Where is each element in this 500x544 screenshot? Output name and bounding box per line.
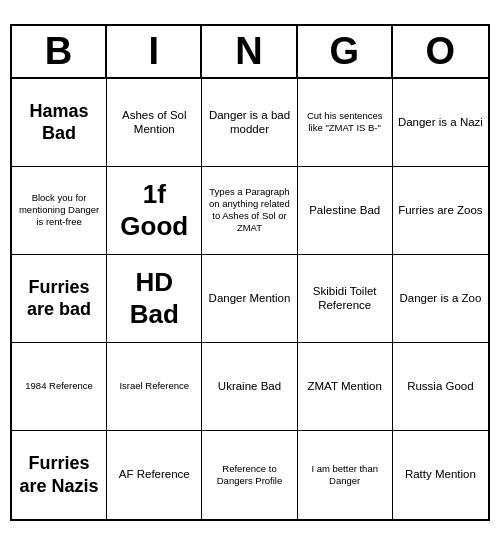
- bingo-cell-24[interactable]: Ratty Mention: [393, 431, 488, 519]
- bingo-cell-12[interactable]: Danger Mention: [202, 255, 297, 343]
- bingo-cell-13[interactable]: Skibidi Toilet Reference: [298, 255, 393, 343]
- bingo-cell-4[interactable]: Danger is a Nazi: [393, 79, 488, 167]
- bingo-cell-15[interactable]: 1984 Reference: [12, 343, 107, 431]
- bingo-cell-11[interactable]: HD Bad: [107, 255, 202, 343]
- bingo-grid: Hamas BadAshes of Sol MentionDanger is a…: [12, 79, 488, 519]
- bingo-cell-1[interactable]: Ashes of Sol Mention: [107, 79, 202, 167]
- bingo-cell-20[interactable]: Furries are Nazis: [12, 431, 107, 519]
- bingo-cell-23[interactable]: I am better than Danger: [298, 431, 393, 519]
- bingo-cell-8[interactable]: Palestine Bad: [298, 167, 393, 255]
- bingo-cell-6[interactable]: 1f Good: [107, 167, 202, 255]
- bingo-cell-21[interactable]: AF Reference: [107, 431, 202, 519]
- bingo-cell-14[interactable]: Danger is a Zoo: [393, 255, 488, 343]
- bingo-cell-18[interactable]: ZMAT Mention: [298, 343, 393, 431]
- bingo-letter-i: I: [107, 26, 202, 77]
- bingo-letter-b: B: [12, 26, 107, 77]
- bingo-cell-2[interactable]: Danger is a bad modder: [202, 79, 297, 167]
- bingo-cell-19[interactable]: Russia Good: [393, 343, 488, 431]
- bingo-cell-9[interactable]: Furries are Zoos: [393, 167, 488, 255]
- bingo-letter-n: N: [202, 26, 297, 77]
- bingo-cell-5[interactable]: Block you for mentioning Danger is rent-…: [12, 167, 107, 255]
- bingo-cell-7[interactable]: Types a Paragraph on anything related to…: [202, 167, 297, 255]
- bingo-header: BINGO: [12, 26, 488, 79]
- bingo-cell-16[interactable]: Israel Reference: [107, 343, 202, 431]
- bingo-letter-g: G: [298, 26, 393, 77]
- bingo-card: BINGO Hamas BadAshes of Sol MentionDange…: [10, 24, 490, 521]
- bingo-cell-3[interactable]: Cut his sentences like "ZMAT IS B-": [298, 79, 393, 167]
- bingo-cell-0[interactable]: Hamas Bad: [12, 79, 107, 167]
- bingo-cell-10[interactable]: Furries are bad: [12, 255, 107, 343]
- bingo-letter-o: O: [393, 26, 488, 77]
- bingo-cell-17[interactable]: Ukraine Bad: [202, 343, 297, 431]
- bingo-cell-22[interactable]: Reference to Dangers Profile: [202, 431, 297, 519]
